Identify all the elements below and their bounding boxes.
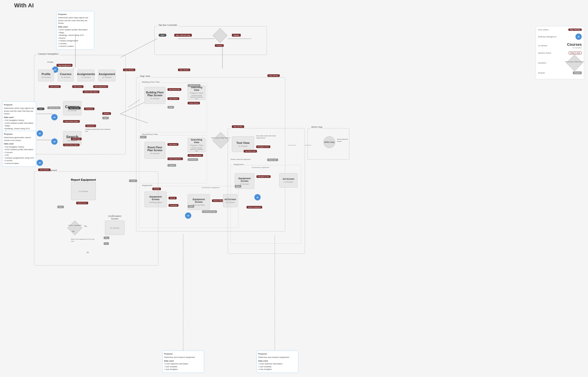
- tv-label: UI Screen: [238, 145, 248, 147]
- ilbb-items: • Full navigation history • ICAO aviatio…: [4, 146, 34, 165]
- select-map-object-btn[interactable]: Selects Map Object: [83, 91, 99, 93]
- building-fp-screen[interactable]: Building Floor Plan Screen UI Screen: [144, 87, 165, 104]
- answer-value: Search: [573, 71, 582, 74]
- tab-bar-campus[interactable]: Campus: [215, 44, 224, 47]
- ai-circle-toolkit: AI: [254, 194, 261, 200]
- question-label: Question: [538, 62, 546, 64]
- info-box-top-purpose-text: Determines which Map objects are shown a…: [58, 16, 92, 25]
- cancel-report-btn[interactable]: Cancel: [129, 179, 137, 182]
- submit-form-btn[interactable]: Submit Form: [76, 202, 88, 204]
- svg-line-12: [120, 39, 157, 58]
- rfp-title: Room Floor Plan Screen: [146, 146, 164, 152]
- select-app-btn[interactable]: Select App: [71, 138, 82, 140]
- back-equipment-btn[interactable]: Back: [188, 205, 194, 208]
- select-cancel-btn[interactable]: Select/Cancel: [188, 84, 200, 87]
- toolkit-ad-screen[interactable]: Ad Screen UI Screen: [279, 173, 298, 188]
- back-building-btn[interactable]: Back: [167, 106, 174, 109]
- tap-tab-bar-toolkit[interactable]: Taps Tab Bar: [232, 125, 244, 128]
- navigate-tool-2-btn[interactable]: Navigate to tool: [256, 175, 271, 178]
- top-tap-tab-bar-2[interactable]: Taps Tab Bar: [178, 69, 190, 71]
- confirmation-screen[interactable]: UI Screen: [105, 221, 125, 235]
- taps-search-btn[interactable]: Taps Search: [167, 97, 179, 100]
- tool-kit-section: Tool Kit Taps Tab Bar Tool View UI Scree…: [228, 128, 305, 254]
- no-btn[interactable]: No: [104, 242, 109, 245]
- tab-bar-controller: Tab Bar Controller start taps selected a…: [154, 26, 267, 55]
- tap-assignment-btn[interactable]: Tap Assignment: [57, 64, 72, 67]
- tab-bar-taps-selected[interactable]: taps selected app: [174, 34, 192, 37]
- assignments-screen-label: UI Screen: [81, 76, 91, 78]
- courses-screen[interactable]: Courses UI Screen: [58, 70, 74, 81]
- page-title: With AI: [14, 2, 34, 9]
- select-next-btn[interactable]: Select next: [267, 159, 278, 161]
- tap-search-bar-btn[interactable]: Tap Search Bar: [167, 88, 181, 91]
- ilb-purpose-label: Purpose:: [4, 103, 34, 106]
- profile-section-label: Profile: [47, 61, 53, 63]
- equipment-btn-campus[interactable]: Equipment: [85, 125, 96, 127]
- tas-title: Ad Screen: [283, 178, 294, 180]
- ai-circle-search: AI: [51, 138, 58, 145]
- full-mode-btn[interactable]: Full Mode: [169, 204, 178, 207]
- no-label: No: [72, 230, 75, 232]
- sv1-sub: Popover View: [190, 92, 203, 94]
- ilbb-purpose-label: Purpose:: [4, 133, 34, 136]
- assignment-screen-title: Assignment: [99, 72, 115, 76]
- start-with-app-btn[interactable]: Starting with App: [202, 210, 217, 213]
- tap-search-room-btn[interactable]: Tap Search: [167, 143, 178, 146]
- tap-course-btn[interactable]: Tap Course: [72, 85, 83, 88]
- ibbr-items: • ICAO Machine information • User bookle…: [258, 363, 296, 371]
- searching-view-2[interactable]: Searching View Popover View Content shou…: [188, 138, 205, 152]
- errata-app-btn[interactable]: Errata App: [188, 158, 198, 161]
- tap-assignments-btn[interactable]: Tap Assignments: [93, 85, 108, 88]
- tv-title: Tool View: [236, 141, 249, 144]
- search-map-obj-btn[interactable]: Search Map Object: [63, 144, 80, 146]
- tab-bar-display[interactable]: display: [232, 34, 241, 37]
- back-btn-campus[interactable]: Back: [102, 117, 109, 119]
- user-action-label: User action: [538, 29, 548, 31]
- ilb-purpose-text: Determines which map objects are shown a…: [4, 107, 34, 115]
- report-equipment-toolkit-btn[interactable]: Report Equipment: [247, 206, 262, 209]
- tes-title: Equipment Screen: [236, 177, 253, 182]
- tab-bar-controller-label: Tab Bar Controller: [157, 24, 178, 26]
- pull-up-btn[interactable]: Pull Up: [169, 197, 177, 199]
- navigate-tool-btn[interactable]: Navigate to tool: [256, 145, 270, 148]
- report-equip-screen[interactable]: UI Screen: [71, 182, 96, 200]
- select-map-obj-2[interactable]: Selects Map Object: [63, 120, 80, 123]
- select-result-btn[interactable]: Select Result: [188, 102, 200, 104]
- answer-row: Answer Search: [538, 71, 582, 74]
- user-action-value: Taps Tab Bar: [568, 29, 582, 31]
- tap-rfid-btn[interactable]: Tap RFID Chip: [244, 150, 257, 153]
- user-action-row: User action Taps Tab Bar: [538, 29, 582, 31]
- tap-courses-btn[interactable]: Tap Courses: [49, 85, 61, 88]
- top-tap-tab-bar[interactable]: Taps Tab Bar: [123, 69, 135, 71]
- tap-tab-bar-btn[interactable]: Taps Tab Bar: [68, 107, 81, 109]
- tab-bar-start[interactable]: start: [159, 34, 166, 37]
- tap-tab-bar-map[interactable]: Taps Tab Bar: [267, 74, 280, 77]
- ai-legend-circle: AI: [575, 33, 582, 40]
- sv2-sub: Popover View: [190, 144, 203, 147]
- assignments-screen[interactable]: Assignments UI Screen: [77, 70, 94, 81]
- back-room-btn[interactable]: Back: [140, 136, 147, 138]
- back-toolkit-btn[interactable]: Back: [235, 185, 241, 188]
- building-btn[interactable]: Building: [102, 112, 111, 115]
- toolkit-ad-label: Ad relevant to equipment: [252, 167, 269, 168]
- epu-label: Pop-up View: [193, 204, 205, 206]
- select-equipment-btn[interactable]: Select Equipment: [167, 157, 183, 160]
- back-report-btn[interactable]: Back: [57, 206, 64, 208]
- assignment-screen[interactable]: Assignment UI Screen: [98, 70, 115, 81]
- dismiss-btn[interactable]: Dismiss: [167, 164, 176, 167]
- ilbb-purpose-text: Determines geolocation search results to…: [4, 136, 34, 142]
- report-equip-title: Report Equipment: [71, 178, 96, 181]
- profile-screen[interactable]: Profile UI Screen: [38, 70, 54, 81]
- info-box-top: Purpose: Determines which Map objects ar…: [56, 11, 94, 50]
- select-equipment-2-btn[interactable]: Select Equipment: [188, 154, 203, 157]
- yes-label: Yes: [84, 225, 87, 227]
- legend-panel: User action Taps Tab Bar Artificial Inte…: [536, 26, 584, 79]
- tap-tab-bar-report[interactable]: Taps Tab Bar: [38, 168, 51, 171]
- courses-screen-title: Courses: [60, 72, 71, 76]
- yes-btn[interactable]: Yes: [104, 237, 109, 239]
- searching-view-1[interactable]: Searching View Popover View Content shou…: [188, 86, 205, 100]
- room-fp-screen[interactable]: Room Floor Plan Screen UI Screen: [144, 142, 165, 159]
- navigating-btn[interactable]: Navigating: [84, 108, 94, 110]
- tool-view-screen[interactable]: Tool View UI Screen: [232, 136, 254, 152]
- rfid-chip-label: RFID Chip: [310, 126, 323, 128]
